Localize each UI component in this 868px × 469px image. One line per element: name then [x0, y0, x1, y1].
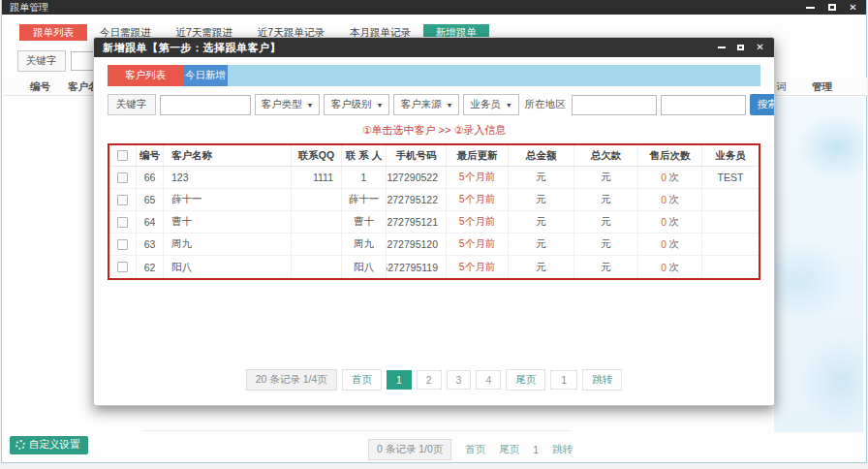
record-summary: 20 条记录 1/4页 [246, 369, 337, 391]
customer-level-label: 客户级别 [330, 98, 371, 111]
cell-qq [292, 256, 342, 278]
keyword-label: 关键字 [108, 94, 156, 115]
background-col-manage: 管理 [812, 80, 832, 94]
first-page-button[interactable]: 首页 [342, 369, 382, 391]
footer-jump-value[interactable]: 1 [533, 444, 539, 455]
close-icon[interactable]: ✕ [848, 2, 858, 13]
modal-close-icon[interactable]: ✕ [755, 43, 765, 53]
minimize-icon[interactable] [805, 2, 816, 13]
step-hint-text: ①单击选中客户 >> ②录入信息 [94, 123, 774, 138]
cell-total-debt: 元 [574, 211, 638, 233]
cell-total-debt: 元 [574, 234, 638, 255]
cell-phone: 15272795122 [387, 189, 447, 210]
cell-customer-name: 薛十一 [164, 189, 292, 210]
cell-last-updated: 5个月前 [447, 211, 509, 233]
table-row[interactable]: 66 123 1111 1 13127290522 5个月前 元 元 0次 TE… [109, 167, 759, 189]
cell-qq [292, 211, 342, 233]
customer-type-label: 客户类型 [262, 98, 302, 111]
page-button-3[interactable]: 3 [447, 370, 472, 390]
cell-contact: 周九 [342, 234, 387, 255]
region-input-1[interactable] [572, 95, 657, 115]
col-total-debt: 总欠款 [574, 145, 638, 166]
window-titlebar: 跟单管理 ✕ [2, 0, 866, 15]
page-button-1[interactable]: 1 [387, 370, 412, 390]
cell-id: 62 [137, 256, 164, 278]
region-input-2[interactable] [661, 95, 746, 115]
footer-divider [142, 430, 571, 431]
keyword-input[interactable] [160, 95, 251, 115]
cell-aftersales: 0次 [638, 167, 702, 188]
cell-customer-name: 曹十 [164, 211, 292, 233]
search-button[interactable]: 搜索 [750, 94, 775, 115]
cell-total-amount: 元 [509, 234, 574, 255]
cell-id: 63 [137, 234, 164, 255]
cell-phone: 15272795120 [387, 234, 447, 255]
tab-order-list[interactable]: 跟单列表 [19, 24, 87, 41]
custom-settings-label: 自定义设置 [29, 438, 80, 452]
modal-minimize-icon[interactable] [716, 43, 727, 53]
jump-button[interactable]: 跳转 [582, 369, 622, 391]
cell-aftersales: 0次 [638, 256, 702, 278]
row-checkbox[interactable] [117, 172, 128, 183]
cell-salesman [702, 211, 759, 233]
col-salesman: 业务员 [702, 145, 759, 166]
background-col-id: 编号 [30, 80, 50, 94]
col-customer-name: 客户名称 [164, 145, 292, 166]
page-button-2[interactable]: 2 [417, 370, 442, 390]
chevron-down-icon: ▼ [506, 102, 512, 109]
page-button-4[interactable]: 4 [476, 370, 501, 390]
custom-settings-button[interactable]: 自定义设置 [10, 436, 88, 454]
salesman-select[interactable]: 业务员 ▼ [463, 94, 518, 115]
cell-last-updated: 5个月前 [447, 256, 509, 278]
jump-page-input[interactable] [550, 370, 577, 390]
footer-first-page-link[interactable]: 首页 [465, 443, 485, 456]
last-page-button[interactable]: 尾页 [506, 369, 545, 391]
cell-total-amount: 元 [509, 189, 574, 210]
window-title: 跟单管理 [10, 1, 48, 15]
select-all-checkbox[interactable] [117, 150, 128, 161]
cell-total-debt: 元 [574, 256, 638, 278]
modal-title: 新增跟单【第一步：选择跟单客户】 [103, 41, 281, 55]
region-label: 所在地区 [523, 98, 568, 111]
background-artwork [774, 97, 863, 432]
customer-table-header: 编号 客户名称 联系QQ 联 系 人 手机号码 最后更新 总金额 总欠款 售后次… [109, 145, 759, 167]
cell-salesman [702, 234, 759, 255]
row-checkbox[interactable] [117, 195, 128, 205]
footer-last-page-link[interactable]: 尾页 [499, 443, 519, 456]
row-checkbox[interactable] [117, 239, 128, 250]
cell-total-debt: 元 [574, 167, 638, 188]
cell-qq: 1111 [292, 167, 342, 188]
table-row[interactable]: 63 周九 周九 15272795120 5个月前 元 元 0次 [109, 234, 759, 256]
customer-source-select[interactable]: 客户来源 ▼ [393, 94, 459, 115]
new-order-modal: 新增跟单【第一步：选择跟单客户】 ✕ 客户列表 今日新增 关键字 客户类型 ▼ … [93, 37, 775, 406]
customer-level-select[interactable]: 客户级别 ▼ [324, 94, 389, 115]
cell-contact: 阳八 [342, 256, 387, 278]
row-checkbox[interactable] [117, 217, 128, 228]
col-contact: 联 系 人 [342, 145, 387, 166]
col-qq: 联系QQ [292, 145, 342, 166]
table-row[interactable]: 64 曹十 曹十 15272795121 5个月前 元 元 0次 [109, 211, 759, 234]
cell-aftersales: 0次 [638, 211, 702, 233]
modal-tab-bar: 客户列表 今日新增 [108, 65, 760, 86]
maximize-icon[interactable] [826, 2, 837, 13]
modal-tab-today-new[interactable]: 今日新增 [183, 65, 228, 86]
background-keyword-label: 关键字 [17, 50, 66, 72]
row-checkbox[interactable] [117, 262, 128, 272]
customer-type-select[interactable]: 客户类型 ▼ [255, 94, 321, 115]
cell-phone: 13127290522 [387, 167, 447, 188]
cell-total-amount: 元 [509, 167, 574, 188]
table-row[interactable]: 62 阳八 阳八 15272795119 5个月前 元 元 0次 [109, 256, 759, 278]
modal-tab-customer-list[interactable]: 客户列表 [108, 65, 183, 86]
cell-id: 65 [137, 189, 164, 210]
modal-search-row: 关键字 客户类型 ▼ 客户级别 ▼ 客户来源 ▼ 业务员 ▼ 所在地区 搜索 清… [108, 94, 760, 115]
gear-icon [16, 440, 25, 450]
cell-salesman [702, 189, 759, 210]
modal-maximize-icon[interactable] [735, 43, 746, 53]
customer-source-label: 客户来源 [400, 98, 441, 111]
footer-jump-button[interactable]: 跳转 [552, 443, 573, 456]
modal-pagination: 20 条记录 1/4页 首页 1 2 3 4 尾页 跳转 [94, 369, 774, 391]
table-row[interactable]: 65 薛十一 薛十一 15272795122 5个月前 元 元 0次 [109, 189, 759, 211]
cell-total-debt: 元 [574, 189, 638, 210]
cell-total-amount: 元 [509, 256, 574, 278]
background-col-partial: 词 [776, 80, 787, 94]
